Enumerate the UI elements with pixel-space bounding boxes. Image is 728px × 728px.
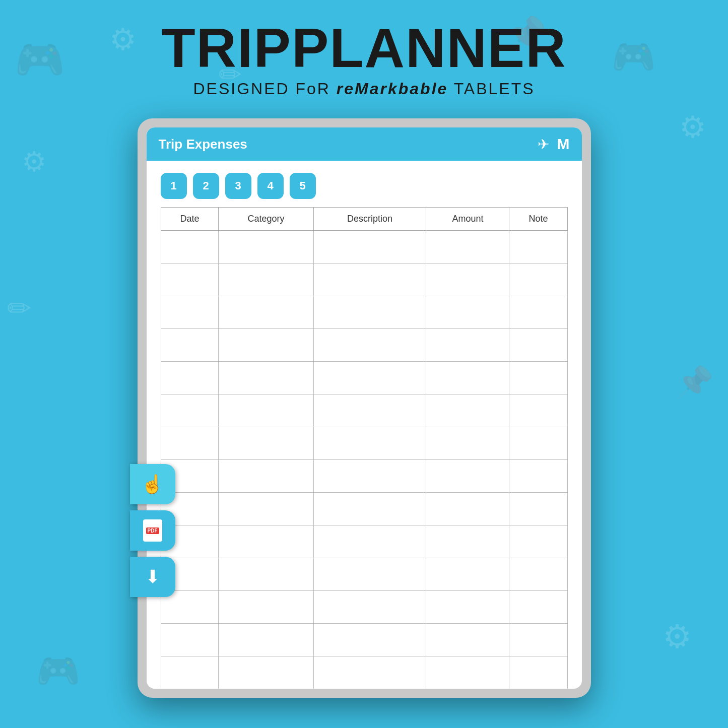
hand-button[interactable]: ☝ — [130, 464, 175, 504]
main-content: TRIPPLANNER DESIGNED FoR reMarkbable TAB… — [0, 0, 728, 698]
table-cell[interactable] — [426, 394, 509, 427]
table-cell[interactable] — [219, 329, 313, 362]
table-cell[interactable] — [313, 394, 426, 427]
table-cell[interactable] — [219, 525, 313, 558]
table-cell[interactable] — [509, 493, 567, 525]
download-button[interactable]: ⬇ — [130, 557, 175, 597]
table-cell[interactable] — [426, 296, 509, 329]
table-cell[interactable] — [313, 656, 426, 689]
table-cell[interactable] — [313, 362, 426, 394]
tab-2[interactable]: 2 — [193, 173, 219, 199]
table-cell[interactable] — [509, 525, 567, 558]
table-cell[interactable] — [161, 656, 219, 689]
table-row — [161, 460, 567, 493]
table-cell[interactable] — [313, 624, 426, 656]
pdf-icon: PDF — [143, 519, 162, 542]
table-cell[interactable] — [313, 591, 426, 624]
table-cell[interactable] — [509, 394, 567, 427]
table-cell[interactable] — [426, 362, 509, 394]
col-date: Date — [161, 208, 219, 231]
table-cell[interactable] — [161, 394, 219, 427]
expenses-table: Date Category Description Amount Note — [161, 207, 568, 689]
table-cell[interactable] — [313, 460, 426, 493]
hand-icon: ☝ — [141, 474, 164, 495]
table-cell[interactable] — [313, 296, 426, 329]
table-cell[interactable] — [161, 296, 219, 329]
table-row — [161, 525, 567, 558]
table-cell[interactable] — [509, 263, 567, 296]
tab-5[interactable]: 5 — [290, 173, 316, 199]
table-cell[interactable] — [509, 624, 567, 656]
table-cell[interactable] — [313, 493, 426, 525]
table-cell[interactable] — [161, 263, 219, 296]
table-cell[interactable] — [509, 460, 567, 493]
table-cell[interactable] — [161, 231, 219, 263]
subtitle-prefix: DESIGNED FoR — [193, 80, 336, 98]
tab-3[interactable]: 3 — [225, 173, 251, 199]
table-cell[interactable] — [426, 525, 509, 558]
table-cell[interactable] — [509, 558, 567, 591]
table-container: Date Category Description Amount Note — [147, 207, 582, 689]
header-title: Trip Expenses — [159, 137, 247, 152]
table-cell[interactable] — [219, 656, 313, 689]
tab-1[interactable]: 1 — [161, 173, 187, 199]
table-cell[interactable] — [161, 362, 219, 394]
table-cell[interactable] — [509, 296, 567, 329]
side-buttons: ☝ PDF ⬇ — [130, 464, 175, 597]
app-subtitle: DESIGNED FoR reMarkbable TABLETS — [161, 80, 566, 98]
tablet-screen: Trip Expenses ✈ M 1 2 3 4 5 — [147, 127, 582, 689]
table-cell[interactable] — [313, 263, 426, 296]
table-cell[interactable] — [219, 394, 313, 427]
table-cell[interactable] — [219, 591, 313, 624]
col-category: Category — [219, 208, 313, 231]
tablet-device: Trip Expenses ✈ M 1 2 3 4 5 — [138, 118, 591, 698]
table-cell[interactable] — [313, 427, 426, 460]
table-cell[interactable] — [426, 591, 509, 624]
pdf-button[interactable]: PDF — [130, 510, 175, 551]
table-cell[interactable] — [313, 525, 426, 558]
app-title: TRIPPLANNER — [161, 20, 566, 76]
table-cell[interactable] — [219, 427, 313, 460]
table-cell[interactable] — [426, 460, 509, 493]
table-cell[interactable] — [219, 231, 313, 263]
page-tabs: 1 2 3 4 5 — [147, 161, 582, 207]
table-row — [161, 329, 567, 362]
table-cell[interactable] — [509, 591, 567, 624]
tab-4[interactable]: 4 — [257, 173, 284, 199]
table-cell[interactable] — [426, 624, 509, 656]
table-row — [161, 493, 567, 525]
table-cell[interactable] — [426, 493, 509, 525]
table-cell[interactable] — [219, 624, 313, 656]
table-cell[interactable] — [219, 493, 313, 525]
table-cell[interactable] — [219, 460, 313, 493]
table-cell[interactable] — [219, 558, 313, 591]
table-cell[interactable] — [509, 231, 567, 263]
table-cell[interactable] — [426, 427, 509, 460]
table-cell[interactable] — [313, 558, 426, 591]
table-cell[interactable] — [509, 362, 567, 394]
table-cell[interactable] — [219, 296, 313, 329]
table-cell[interactable] — [161, 329, 219, 362]
table-row — [161, 296, 567, 329]
table-cell[interactable] — [426, 558, 509, 591]
plane-icon: ✈ — [538, 136, 549, 153]
table-cell[interactable] — [426, 263, 509, 296]
table-row — [161, 231, 567, 263]
table-cell[interactable] — [426, 656, 509, 689]
col-note: Note — [509, 208, 567, 231]
table-cell[interactable] — [426, 231, 509, 263]
table-row — [161, 591, 567, 624]
table-cell[interactable] — [161, 624, 219, 656]
table-cell[interactable] — [161, 427, 219, 460]
table-cell[interactable] — [509, 427, 567, 460]
table-cell[interactable] — [426, 329, 509, 362]
table-cell[interactable] — [313, 329, 426, 362]
table-row — [161, 558, 567, 591]
table-cell[interactable] — [313, 231, 426, 263]
table-cell[interactable] — [509, 656, 567, 689]
table-cell[interactable] — [219, 362, 313, 394]
table-cell[interactable] — [219, 263, 313, 296]
table-row — [161, 394, 567, 427]
table-cell[interactable] — [509, 329, 567, 362]
table-row — [161, 362, 567, 394]
